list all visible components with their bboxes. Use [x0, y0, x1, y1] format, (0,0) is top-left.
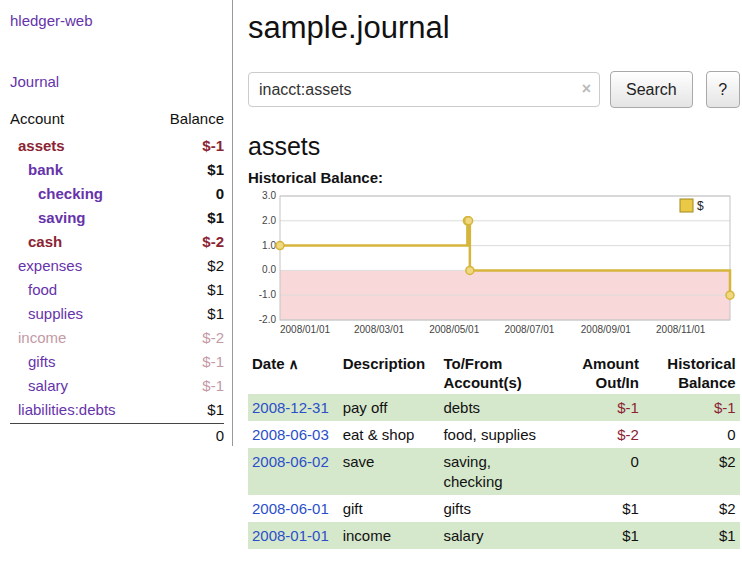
- cell-balance: $2: [643, 495, 740, 522]
- brand-link[interactable]: hledger-web: [10, 12, 224, 29]
- column-header-accounts[interactable]: To/From Account(s): [439, 352, 556, 394]
- account-link[interactable]: liabilities:debts: [10, 398, 116, 422]
- account-link[interactable]: cash: [10, 230, 62, 254]
- account-row: bank$1: [10, 158, 224, 182]
- app-layout: hledger-web Journal Account Balance asse…: [0, 0, 742, 549]
- cell-accounts: debts: [439, 394, 556, 421]
- register-row: 2008-06-01giftgifts$1$2: [248, 495, 740, 522]
- column-header-balance[interactable]: Historical Balance: [643, 352, 740, 394]
- account-row: expenses$2: [10, 254, 224, 278]
- cell-amount: $-1: [556, 394, 643, 421]
- cell-date: 2008-06-02: [248, 448, 339, 495]
- cell-description: eat & shop: [339, 421, 440, 448]
- x-tick-label: 2008/01/01: [280, 324, 330, 335]
- x-tick-label: 2008/07/01: [504, 324, 554, 335]
- account-balance: $-1: [202, 374, 224, 398]
- data-point-marker: [276, 242, 284, 250]
- accounts-total-row: 0: [10, 423, 224, 448]
- account-row: checking0: [10, 182, 224, 206]
- transaction-date-link[interactable]: 2008-06-02: [252, 453, 329, 470]
- cell-date: 2008-06-03: [248, 421, 339, 448]
- account-balance: $2: [207, 254, 224, 278]
- cell-description: save: [339, 448, 440, 495]
- account-balance: 0: [216, 182, 224, 206]
- account-link[interactable]: salary: [10, 374, 68, 398]
- x-tick-label: 2008/09/01: [581, 324, 631, 335]
- date-header-label: Date: [252, 355, 285, 372]
- sort-ascending-icon: ∧: [289, 356, 299, 372]
- account-row: liabilities:debts$1: [10, 398, 224, 422]
- y-tick-label: 2.0: [262, 215, 276, 226]
- account-link[interactable]: bank: [10, 158, 63, 182]
- account-link[interactable]: expenses: [10, 254, 82, 278]
- help-button[interactable]: ?: [706, 71, 740, 108]
- transaction-date-link[interactable]: 2008-01-01: [252, 527, 329, 544]
- account-link[interactable]: checking: [10, 182, 103, 206]
- balance-chart: 3.02.01.00.0-1.0-2.02008/01/012008/03/01…: [248, 190, 738, 336]
- account-link[interactable]: supplies: [10, 302, 83, 326]
- search-button[interactable]: Search: [610, 71, 693, 108]
- cell-description: pay off: [339, 394, 440, 421]
- cell-description: gift: [339, 495, 440, 522]
- transaction-date-link[interactable]: 2008-06-01: [252, 500, 329, 517]
- cell-accounts: gifts: [439, 495, 556, 522]
- main-content: sample.journal × Search ? assets Histori…: [233, 0, 742, 549]
- cell-date: 2008-06-01: [248, 495, 339, 522]
- account-link[interactable]: income: [10, 326, 66, 350]
- register-table: Date∧ Description To/From Account(s) Amo…: [248, 352, 740, 549]
- page-title: sample.journal: [248, 10, 740, 46]
- register-row: 2008-06-03eat & shopfood, supplies$-20: [248, 421, 740, 448]
- account-link[interactable]: gifts: [10, 350, 56, 374]
- search-box: ×: [248, 72, 600, 107]
- clear-search-icon[interactable]: ×: [582, 80, 591, 98]
- register-header-row: Date∧ Description To/From Account(s) Amo…: [248, 352, 740, 394]
- y-tick-label: -2.0: [259, 314, 277, 325]
- data-point-marker: [726, 291, 734, 299]
- y-tick-label: 3.0: [262, 190, 276, 201]
- cell-accounts: saving, checking: [439, 448, 556, 495]
- chart-title: Historical Balance:: [248, 169, 740, 186]
- sidebar: hledger-web Journal Account Balance asse…: [0, 0, 233, 446]
- search-form: × Search ?: [248, 71, 740, 108]
- search-input[interactable]: [248, 72, 600, 107]
- account-row: saving$1: [10, 206, 224, 230]
- account-link[interactable]: assets: [10, 134, 65, 158]
- transaction-date-link[interactable]: 2008-06-03: [252, 426, 329, 443]
- account-row: income$-2: [10, 326, 224, 350]
- cell-balance: $1: [643, 522, 740, 549]
- column-header-description[interactable]: Description: [339, 352, 440, 394]
- cell-balance: 0: [643, 421, 740, 448]
- column-header-amount[interactable]: Amount Out/In: [556, 352, 643, 394]
- accounts-header-balance: Balance: [170, 110, 224, 127]
- cell-accounts: salary: [439, 522, 556, 549]
- accounts-list: assets$-1bank$1checking0saving$1cash$-2e…: [10, 134, 224, 422]
- cell-balance: $2: [643, 448, 740, 495]
- data-point-marker: [465, 217, 473, 225]
- legend-swatch: [680, 199, 693, 212]
- x-tick-label: 2008/03/01: [354, 324, 404, 335]
- cell-date: 2008-12-31: [248, 394, 339, 421]
- register-row: 2008-01-01incomesalary$1$1: [248, 522, 740, 549]
- x-tick-label: 2008/11/01: [656, 324, 706, 335]
- y-tick-label: 0.0: [262, 264, 276, 275]
- data-point-marker: [466, 266, 474, 274]
- account-balance: $1: [207, 278, 224, 302]
- account-link[interactable]: saving: [10, 206, 86, 230]
- accounts-header-account: Account: [10, 110, 64, 127]
- column-header-date[interactable]: Date∧: [248, 352, 339, 394]
- cell-date: 2008-01-01: [248, 522, 339, 549]
- account-balance: $-2: [202, 326, 224, 350]
- cell-accounts: food, supplies: [439, 421, 556, 448]
- account-row: supplies$1: [10, 302, 224, 326]
- account-row: salary$-1: [10, 374, 224, 398]
- account-link[interactable]: food: [10, 278, 57, 302]
- account-balance: $-2: [202, 230, 224, 254]
- y-tick-label: 1.0: [262, 240, 276, 251]
- account-row: cash$-2: [10, 230, 224, 254]
- account-balance: $1: [207, 158, 224, 182]
- transaction-date-link[interactable]: 2008-12-31: [252, 399, 329, 416]
- accounts-header: Account Balance: [10, 108, 224, 134]
- account-balance: $1: [207, 206, 224, 230]
- sidebar-item-journal[interactable]: Journal: [10, 73, 224, 90]
- cell-amount: $1: [556, 522, 643, 549]
